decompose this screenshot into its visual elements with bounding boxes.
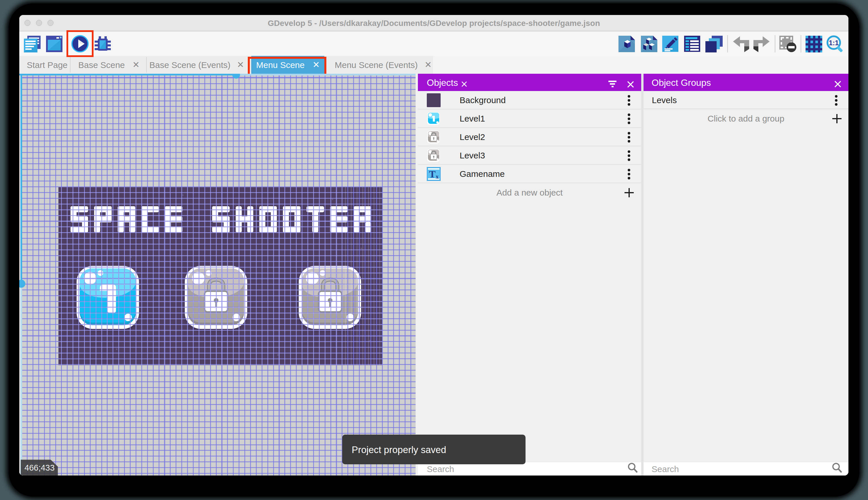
svg-text:x: x [436, 173, 438, 180]
svg-text:1:1: 1:1 [829, 39, 839, 47]
svg-text:T: T [429, 169, 436, 180]
